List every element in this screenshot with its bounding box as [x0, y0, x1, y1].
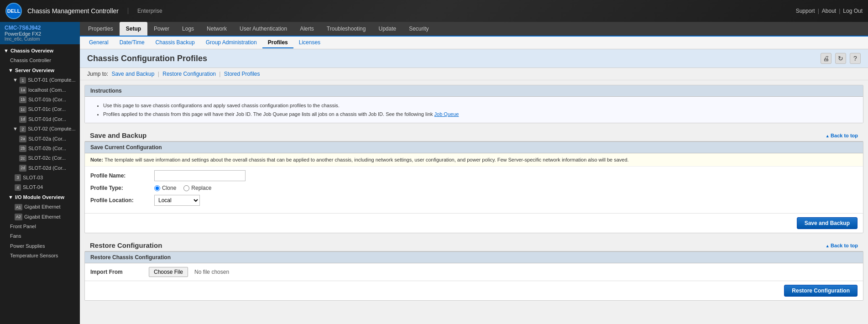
app-title: Chassis Management Controller [27, 7, 119, 15]
restore-config-title-bar: Restore Configuration Back to top [84, 238, 863, 251]
device-id: CMC-7S6J942 [5, 25, 75, 31]
sidebar-item-temperature-sensors[interactable]: Temperature Sensors [0, 251, 80, 261]
tab-network[interactable]: Network [200, 22, 233, 36]
sidebar-item-server-overview[interactable]: ▼ Server Overview [0, 66, 80, 75]
replace-option[interactable]: Replace [183, 185, 211, 191]
sidebar-item-slot2d[interactable]: 2d SLOT-02d (Cor... [0, 163, 80, 173]
tab-setup[interactable]: Setup [120, 22, 147, 36]
tab-logs[interactable]: Logs [176, 22, 200, 36]
main-layout: CMC-7S6J942 PowerEdge FX2 lmc_e6c, Custo… [0, 22, 868, 324]
about-link[interactable]: About [822, 8, 836, 14]
job-queue-link[interactable]: Job Queue [434, 111, 459, 117]
tab-alerts[interactable]: Alerts [293, 22, 320, 36]
sidebar-item-slot2c[interactable]: 2c SLOT-02c (Cor... [0, 153, 80, 163]
profile-name-input[interactable] [154, 170, 246, 181]
sub-tab-profiles[interactable]: Profiles [262, 37, 293, 48]
profile-type-label: Profile Type: [90, 185, 154, 191]
profile-name-label: Profile Name: [90, 172, 154, 179]
tab-properties[interactable]: Properties [82, 22, 120, 36]
sidebar-item-fans[interactable]: Fans [0, 231, 80, 241]
sub-tab-chassis-backup[interactable]: Chassis Backup [150, 37, 200, 48]
profile-location-row: Profile Location: Local Remote [90, 195, 858, 206]
save-backup-title-bar: Save and Backup Back to top [84, 128, 863, 141]
sidebar-item-slot03[interactable]: 3 SLOT-03 [0, 173, 80, 183]
sidebar-item-slot1c[interactable]: 1c SLOT-01c (Cor... [0, 105, 80, 114]
sidebar-item-chassis-overview[interactable]: ▼ Chassis Overview [0, 46, 80, 56]
sidebar-item-slot2a[interactable]: 2a SLOT-02a (Cor... [0, 134, 80, 144]
sidebar-item-slot1d[interactable]: 1d SLOT-01d (Cor... [0, 115, 80, 124]
jump-stored-profiles[interactable]: Stored Profiles [224, 71, 260, 77]
sidebar: CMC-7S6J942 PowerEdge FX2 lmc_e6c, Custo… [0, 22, 80, 324]
header: DELL Chassis Management Controller Enter… [0, 0, 868, 22]
back-to-top-save[interactable]: Back to top [826, 133, 858, 138]
jump-to-label: Jump to: [87, 71, 108, 77]
sub-tab-datetime[interactable]: Date/Time [114, 37, 150, 48]
restore-config-title: Restore Configuration [90, 241, 162, 249]
sidebar-tree: ▼ Chassis Overview Chassis Controller ▼ … [0, 44, 80, 263]
choose-file-button[interactable]: Choose File [149, 267, 188, 277]
jump-to-bar: Jump to: Save and Backup | Restore Confi… [80, 68, 868, 80]
sidebar-item-slot2b[interactable]: 2b SLOT-02b (Cor... [0, 144, 80, 153]
logout-link[interactable]: Log Out [843, 8, 863, 14]
sidebar-item-slot01[interactable]: ▼ 1 SLOT-01 (Compute... [0, 75, 80, 85]
tab-troubleshooting[interactable]: Troubleshooting [320, 22, 372, 36]
sidebar-item-slot02[interactable]: ▼ 2 SLOT-02 (Compute... [0, 124, 80, 134]
profile-location-select[interactable]: Local Remote [154, 195, 200, 206]
jump-restore-config[interactable]: Restore Configuration [162, 71, 216, 77]
clone-option[interactable]: Clone [154, 185, 176, 191]
tab-user-auth[interactable]: User Authentication [233, 22, 293, 36]
print-button[interactable]: 🖨 [821, 53, 831, 64]
restore-configuration-button[interactable]: Restore Configuration [784, 285, 858, 297]
jump-save-backup[interactable]: Save and Backup [111, 71, 154, 77]
clone-radio[interactable] [154, 185, 160, 191]
sidebar-item-slot1b[interactable]: 1b SLOT-01b (Cor... [0, 95, 80, 105]
sidebar-item-slot1a[interactable]: 1a localhost (Com... [0, 85, 80, 95]
restore-action-bar: Restore Configuration [85, 281, 863, 300]
sidebar-item-chassis-controller[interactable]: Chassis Controller [0, 56, 80, 65]
restore-config-section: Restore Chassis Configuration Import Fro… [84, 251, 863, 301]
dell-logo: DELL [5, 3, 22, 19]
refresh-icon: ↻ [838, 55, 843, 62]
save-action-bar: Save and Backup [85, 213, 863, 233]
replace-radio[interactable] [183, 185, 189, 191]
help-button[interactable]: ? [850, 53, 861, 64]
profile-location-label: Profile Location: [90, 197, 154, 204]
back-to-top-restore[interactable]: Back to top [826, 243, 858, 248]
sub-tab-group-admin[interactable]: Group Administration [200, 37, 262, 48]
import-from-label: Import From [90, 269, 145, 275]
sidebar-item-slot04[interactable]: 4 SLOT-04 [0, 183, 80, 192]
save-and-backup-button[interactable]: Save and Backup [797, 217, 858, 229]
sub-tab-bar: General Date/Time Chassis Backup Group A… [80, 37, 868, 49]
page-actions: 🖨 ↻ ? [821, 53, 861, 64]
sub-tab-general[interactable]: General [84, 37, 114, 48]
support-link[interactable]: Support [796, 8, 815, 14]
tab-update[interactable]: Update [372, 22, 403, 36]
header-links: Support | About | Log Out [796, 8, 863, 14]
sidebar-item-io-module[interactable]: ▼ I/O Module Overview [0, 193, 80, 202]
restore-chassis-header: Restore Chassis Configuration [85, 251, 863, 263]
main-tab-bar: Properties Setup Power Logs Network User… [80, 22, 868, 37]
instructions-header: Instructions [85, 85, 863, 97]
save-note: Note: The template will save information… [85, 153, 863, 167]
import-from-row: Import From Choose File No file chosen [85, 263, 863, 281]
help-icon: ? [853, 55, 857, 62]
profile-name-row: Profile Name: [90, 170, 858, 181]
sub-tab-licenses[interactable]: Licenses [293, 37, 326, 48]
device-info: CMC-7S6J942 PowerEdge FX2 lmc_e6c, Custo… [0, 22, 80, 44]
page-header: Chassis Configuration Profiles 🖨 ↻ ? [80, 49, 868, 68]
save-backup-section: Save Current Configuration Note: The tem… [84, 141, 863, 233]
sidebar-item-ioA2[interactable]: A2 Gigabit Ethernet [0, 212, 80, 222]
refresh-button[interactable]: ↻ [835, 53, 846, 64]
sidebar-item-ioA1[interactable]: A1 Gigabit Ethernet [0, 202, 80, 212]
sidebar-item-front-panel[interactable]: Front Panel [0, 222, 80, 231]
device-extra: lmc_e6c, Custom [5, 37, 75, 42]
device-model: PowerEdge FX2 [5, 31, 75, 37]
save-backup-wrapper: Save and Backup Back to top [80, 128, 868, 141]
edition-label: Enterprise [128, 8, 162, 14]
page-title: Chassis Configuration Profiles [87, 54, 207, 63]
tab-power[interactable]: Power [147, 22, 176, 36]
instructions-body: Use this page to save chassis configurat… [85, 97, 863, 123]
tab-security[interactable]: Security [403, 22, 435, 36]
content-area: Properties Setup Power Logs Network User… [80, 22, 868, 324]
sidebar-item-power-supplies[interactable]: Power Supplies [0, 241, 80, 251]
